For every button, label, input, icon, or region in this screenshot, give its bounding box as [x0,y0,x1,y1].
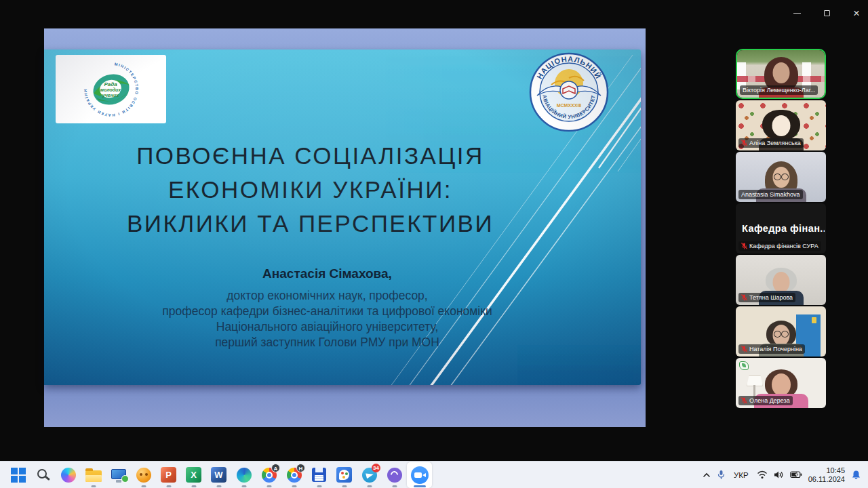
volume-icon[interactable] [774,470,784,479]
window-controls: × [789,5,864,20]
hidden-icons-chevron[interactable] [703,471,711,479]
viber-icon[interactable] [382,462,407,488]
title-line-1: ПОВОЄННА СОЦІАЛІЗАЦІЯ [44,139,576,173]
participant-tile-5[interactable]: Тетяна Шарова [736,255,826,305]
participant-name: Наталія Почерніна [749,346,802,352]
screen-share-area: МІНІСТЕРСТВО ОСВІТИ І НАУКИ УКРАЇНИ Рада… [44,28,646,427]
participant-name: Вікторія Лемещенко-Лаг... [743,87,815,94]
zoom-glyph [411,466,429,484]
search-glyph [37,469,47,479]
leaf-logo-icon [739,361,749,370]
participant-nametag: Вікторія Лемещенко-Лаг... [740,85,818,95]
xnview-icon[interactable] [131,462,156,488]
participant-tile-7[interactable]: Олена Дереза [736,358,826,408]
person-face [772,115,790,136]
explorer-glyph [85,470,102,482]
credential-line-3: Національного авіаційного університету, [44,319,610,335]
participant-tile-6[interactable]: Наталія Почерніна [736,306,826,357]
paint-icon[interactable] [332,462,357,488]
copilot-icon[interactable] [56,462,81,488]
excel-icon[interactable]: X [181,462,206,488]
language-indicator[interactable]: УКР [732,471,751,479]
muted-mic-icon [741,243,747,249]
no-video-display-name: Кафедра фінан... [742,223,825,234]
participant-nametag: Тетяна Шарова [738,293,795,302]
person-face [772,272,789,293]
microphone-in-use-icon[interactable] [717,470,726,480]
participant-tile-1[interactable]: Вікторія Лемещенко-Лаг... [736,49,826,99]
participant-name: Тетяна Шарова [749,294,793,301]
muted-mic-icon [741,397,747,404]
window-titlebar: × [0,0,868,28]
person-face [772,62,789,83]
participant-nametag: Anastasia Simakhova [738,190,803,199]
file-explorer-icon[interactable] [81,462,106,488]
pc-glyph [111,469,126,479]
copilot-glyph [61,468,76,483]
zoom-window: × МІНІСТЕРСТВО ОСВІТИ І НАУКИ УКРАЇНИ [0,0,868,488]
floppy-disk-app-icon[interactable] [307,462,332,488]
app-badge: H [296,464,305,472]
edge-glyph [237,468,252,483]
person-glasses [773,174,789,180]
person-face [772,373,791,396]
viber-glyph [387,468,402,483]
muted-mic-icon [741,294,747,301]
start-icon[interactable] [5,462,31,488]
participants-sidebar: Вікторія Лемещенко-Лаг... [736,49,826,408]
participant-tile-4[interactable]: Кафедра фінан... Кафедра фінансів СУРА [736,203,826,253]
muted-mic-icon [741,140,747,146]
wifi-icon[interactable] [757,470,768,479]
minimize-button[interactable] [789,5,804,20]
battery-icon[interactable] [790,471,802,479]
slide-author-block: Анастасія Сімахова, доктор економічних н… [44,266,610,350]
title-line-2: ЕКОНОМІКИ УКРАЇНИ: [44,173,576,207]
microsoft-edge-icon[interactable] [231,462,256,488]
zoom-icon[interactable] [407,462,432,488]
person-glasses [773,331,789,337]
system-tray: УКР [703,462,868,488]
slide-title: ПОВОЄННА СОЦІАЛІЗАЦІЯ ЕКОНОМІКИ УКРАЇНИ:… [44,139,576,241]
this-pc-icon[interactable] [106,462,131,488]
minimize-icon [793,13,801,14]
notifications-bell-icon[interactable] [851,470,861,480]
taskbar: PXWAH34 УКР [0,461,868,488]
participant-name: Anastasia Simakhova [741,191,800,198]
aviation-university-emblem: MCMXXXIII НАЦІОНАЛЬНИЙ АВІАЦІЙНИЙ УНІВЕР… [528,51,610,134]
telegram-icon[interactable]: 34 [357,462,382,488]
participant-name: Аліна Землянська [749,140,801,146]
floppy-glyph [312,468,326,482]
restore-icon [824,10,830,16]
participant-nametag: Олена Дереза [738,396,793,405]
participant-tile-2[interactable]: Аліна Землянська [736,100,826,150]
app-badge: A [271,464,280,472]
paint-glyph [336,467,352,483]
restore-button[interactable] [819,5,834,20]
clock[interactable]: 10:45 06.11.2024 [808,466,845,484]
participant-nametag: Аліна Землянська [738,138,804,148]
word-icon[interactable]: W [206,462,231,488]
powerpoint-icon[interactable]: P [156,462,181,488]
chrome-profile-a-icon[interactable]: A [256,462,281,488]
close-button[interactable]: × [849,5,864,20]
participant-tile-3[interactable]: Anastasia Simakhova [736,152,826,202]
svg-text:молодих: молодих [100,87,121,92]
chrome-profile-h-icon[interactable]: H [281,462,307,488]
xnview-glyph [136,468,151,483]
participant-name: Кафедра фінансів СУРА [749,243,818,249]
credential-line-1: доктор економічних наук, професор, [44,288,610,304]
participant-nametag: Кафедра фінансів СУРА [738,241,821,251]
powerpoint-glyph: P [161,467,176,483]
young-scientists-council-logo: МІНІСТЕРСТВО ОСВІТИ І НАУКИ УКРАЇНИ Рада… [56,55,166,123]
app-badge: 34 [372,464,380,472]
close-icon: × [853,7,860,19]
svg-text:учених: учених [101,93,119,98]
taskbar-apps: PXWAH34 [5,462,432,488]
word-glyph: W [211,467,226,483]
muted-mic-icon [741,346,747,352]
emblem-year: MCMXXXIII [557,103,582,108]
search-icon[interactable] [31,462,56,488]
tray-time: 10:45 [808,466,845,475]
tray-date: 06.11.2024 [808,475,845,484]
logo-center-text: Рада [104,81,117,87]
